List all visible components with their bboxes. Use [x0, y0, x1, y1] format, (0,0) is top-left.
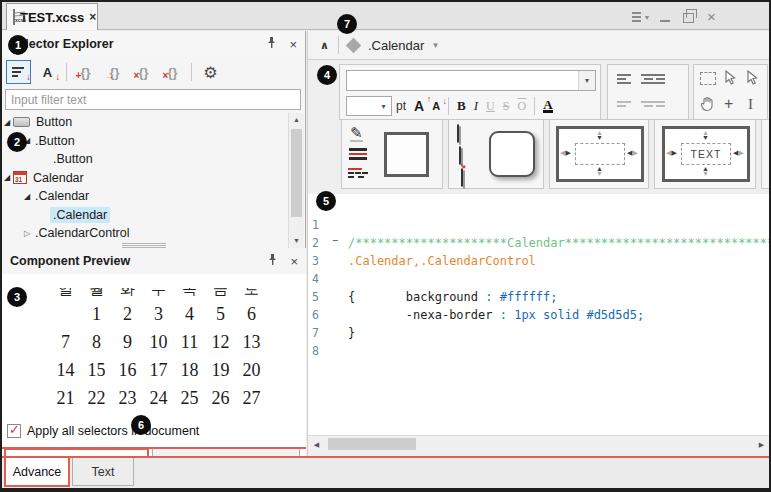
- calendar-day-cell[interactable]: 6: [236, 300, 267, 328]
- tree-item-dot-button[interactable]: ◢ .Button: [2, 132, 288, 151]
- calendar-day-cell[interactable]: 18: [174, 356, 205, 384]
- tree-vertical-scrollbar[interactable]: ▲ ▼: [288, 113, 304, 248]
- window-menu-icon[interactable]: ▾: [632, 12, 647, 22]
- expander-expanded-icon[interactable]: ◢: [2, 173, 12, 182]
- tab-advance[interactable]: Advance: [4, 458, 70, 487]
- calendar-day-cell[interactable]: 10: [143, 328, 174, 356]
- arrow-left-right-left[interactable]: ◀▶: [666, 149, 677, 157]
- calendar-day-cell[interactable]: 5: [205, 300, 236, 328]
- calendar-day-cell[interactable]: 20: [236, 356, 267, 384]
- scroll-up-icon[interactable]: ▲: [289, 113, 304, 127]
- calendar-day-cell[interactable]: 15: [81, 356, 112, 384]
- sort-by-position-button[interactable]: ↓: [6, 60, 31, 84]
- calendar-day-cell[interactable]: 21: [50, 384, 81, 412]
- arrow-left-right-right[interactable]: ◀▶: [627, 149, 638, 157]
- decrease-font-button[interactable]: A↓: [432, 100, 440, 112]
- scroll-left-icon[interactable]: ◀: [309, 437, 324, 452]
- marquee-select-icon[interactable]: [700, 72, 716, 85]
- settings-button[interactable]: ⚙: [198, 60, 223, 84]
- arrow-up-down-bottom[interactable]: ▲▼: [596, 166, 603, 176]
- document-tab[interactable]: xcss TEST.xcss ×: [6, 3, 98, 30]
- bold-button[interactable]: B: [457, 98, 466, 114]
- calendar-day-cell[interactable]: 3: [143, 300, 174, 328]
- calendar-day-cell[interactable]: [50, 300, 81, 328]
- arrow-up-down-bottom[interactable]: ▲▼: [702, 166, 709, 176]
- tree-item-calendarcontrol[interactable]: ▷ .CalendarControl: [2, 224, 288, 243]
- margin-editor-box[interactable]: ▲▼ ▲▼ ◀▶ ◀▶: [556, 126, 644, 182]
- arrow-left-right-right[interactable]: ◀▶: [733, 149, 744, 157]
- add-tool-icon[interactable]: +: [724, 95, 733, 113]
- minimize-icon[interactable]: [660, 20, 670, 22]
- scroll-right-icon[interactable]: ▶: [754, 437, 769, 452]
- arrow-up-down-top[interactable]: ▲▼: [596, 130, 603, 140]
- close-icon[interactable]: ×: [707, 10, 716, 24]
- delete-selector-button[interactable]: {}×: [131, 60, 156, 84]
- tree-item-button[interactable]: ◢ Button: [2, 113, 288, 132]
- calendar-day-cell[interactable]: 24: [143, 384, 174, 412]
- overline-button[interactable]: O: [517, 99, 526, 114]
- expander-collapsed-icon[interactable]: ▷: [22, 229, 32, 238]
- calendar-day-cell[interactable]: 17: [143, 356, 174, 384]
- pencil-edit-icon[interactable]: ✎: [350, 126, 363, 142]
- cursor-arrow-alt-icon[interactable]: [746, 70, 758, 89]
- cursor-arrow-icon[interactable]: [724, 70, 736, 89]
- italic-button[interactable]: I: [474, 98, 478, 114]
- font-family-combobox[interactable]: ▾: [346, 70, 596, 91]
- calendar-day-cell[interactable]: 27: [236, 384, 267, 412]
- calendar-day-cell[interactable]: 23: [112, 384, 143, 412]
- tree-item-calendar[interactable]: ◢ 31 Calendar: [2, 169, 288, 188]
- collapse-chevron-up-icon[interactable]: ∧: [320, 39, 329, 52]
- calendar-day-cell[interactable]: 19: [205, 356, 236, 384]
- calendar-day-cell[interactable]: 25: [174, 384, 205, 412]
- pin-icon[interactable]: [267, 252, 278, 270]
- combobox-dropdown-icon[interactable]: ▾: [376, 97, 391, 115]
- tree-item-dot-button-child[interactable]: .Button: [2, 150, 288, 169]
- arrow-left-right-left[interactable]: ◀▶: [560, 149, 571, 157]
- tree-item-dot-calendar-selected[interactable]: .Calendar: [2, 206, 288, 225]
- radius-small-icon[interactable]: [457, 124, 459, 143]
- checkbox-checked[interactable]: ✓: [7, 424, 21, 438]
- calendar-day-cell[interactable]: 2: [112, 300, 143, 328]
- font-color-button[interactable]: A: [543, 99, 552, 113]
- radius-edit-icon[interactable]: ↘: [459, 146, 461, 165]
- selector-dropdown-icon[interactable]: ▾: [433, 40, 438, 50]
- strikethrough-button[interactable]: S: [503, 99, 510, 114]
- code-horizontal-scrollbar[interactable]: ◀ ▶: [308, 435, 770, 452]
- panel-close-icon[interactable]: ×: [290, 254, 298, 269]
- text-padding-editor-box[interactable]: TEXT ▲▼ ▲▼ ◀▶ ◀▶: [662, 126, 750, 182]
- fold-collapse-icon[interactable]: −: [332, 236, 343, 247]
- tab-text[interactable]: Text: [72, 458, 134, 486]
- sort-alphabetical-button[interactable]: A↓: [35, 60, 60, 84]
- calendar-day-cell[interactable]: 13: [236, 328, 267, 356]
- calendar-day-cell[interactable]: 22: [81, 384, 112, 412]
- pin-icon[interactable]: [266, 35, 277, 53]
- add-selector-button[interactable]: {}+: [73, 60, 98, 84]
- scrollbar-thumb[interactable]: [291, 129, 302, 217]
- calendar-day-cell[interactable]: 14: [50, 356, 81, 384]
- increase-font-button[interactable]: A↑: [414, 98, 424, 114]
- text-cursor-icon[interactable]: I: [748, 96, 753, 113]
- calendar-day-cell[interactable]: 9: [112, 328, 143, 356]
- calendar-day-cell[interactable]: 4: [174, 300, 205, 328]
- hand-pan-icon[interactable]: [700, 96, 715, 116]
- calendar-day-cell[interactable]: 26: [205, 384, 236, 412]
- document-tab-close-icon[interactable]: ×: [89, 10, 96, 24]
- expander-expanded-icon[interactable]: ◢: [22, 192, 32, 201]
- tree-item-dot-calendar[interactable]: ◢ .Calendar: [2, 187, 288, 206]
- combobox-dropdown-icon[interactable]: ▾: [578, 71, 595, 90]
- scrollbar-thumb[interactable]: [328, 438, 416, 450]
- radius-preview-box[interactable]: [489, 131, 535, 177]
- border-preview-box[interactable]: [384, 132, 429, 177]
- restore-icon[interactable]: [683, 13, 694, 23]
- calendar-day-cell[interactable]: 7: [50, 328, 81, 356]
- underline-button[interactable]: U: [486, 99, 495, 114]
- panel-close-icon[interactable]: ×: [289, 37, 297, 52]
- scroll-down-icon[interactable]: ▼: [289, 234, 304, 248]
- calendar-day-cell[interactable]: 1: [81, 300, 112, 328]
- arrow-up-down-top[interactable]: ▲▼: [702, 130, 709, 140]
- delete-all-selectors-button[interactable]: {}×: [160, 60, 185, 84]
- radius-small-icon-2[interactable]: [461, 168, 463, 187]
- selector-filter-input[interactable]: [5, 89, 301, 110]
- css-code-editor[interactable]: 1 /*********************Calendar********…: [308, 194, 770, 435]
- move-selector-button[interactable]: {}→: [102, 60, 127, 84]
